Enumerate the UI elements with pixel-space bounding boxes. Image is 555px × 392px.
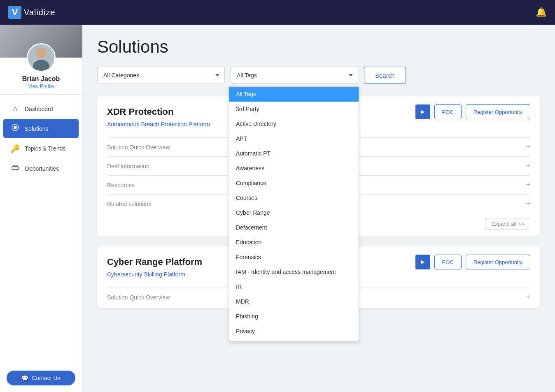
sidebar-item-dashboard[interactable]: ⌂ Dashboord bbox=[3, 100, 79, 118]
dropdown-item-iam[interactable]: IAM - Identity and access management bbox=[229, 264, 359, 279]
cyber-range-card-actions: ► POC Register Opportunity bbox=[415, 255, 530, 269]
categories-select[interactable]: All Categories bbox=[97, 67, 225, 84]
dropdown-item-courses[interactable]: Courses bbox=[229, 190, 359, 205]
dropdown-item-defacement[interactable]: Defacement bbox=[229, 220, 359, 235]
dropdown-item-automatic-pt[interactable]: Automatic PT bbox=[229, 146, 359, 161]
app-layout: Brian Jacob View Profile ⌂ Dashboord Sol… bbox=[0, 25, 555, 392]
cyber-range-title: Cyber Range Platform bbox=[107, 257, 202, 267]
filter-row: All Categories All Tags Search All Tags … bbox=[97, 67, 540, 84]
dropdown-item-all-tags[interactable]: All Tags bbox=[229, 87, 359, 102]
topnav: V Validize 🔔 bbox=[0, 0, 555, 25]
contact-us-section: 💬 Contact Us bbox=[0, 364, 82, 392]
xdr-arrow-button[interactable]: ► bbox=[415, 104, 430, 119]
logo-text: Validize bbox=[24, 8, 56, 17]
dropdown-item-3rd-party[interactable]: 3rd Party bbox=[229, 102, 359, 116]
sidebar-item-label-dashboard: Dashboord bbox=[25, 106, 53, 112]
xdr-section-label-2: Resources bbox=[107, 182, 135, 188]
xdr-title: XDR Protection bbox=[107, 107, 173, 117]
sidebar: Brian Jacob View Profile ⌂ Dashboord Sol… bbox=[0, 25, 82, 392]
main-content: Solutions All Categories All Tags Search… bbox=[82, 25, 555, 392]
xdr-register-button[interactable]: Register Opportunity bbox=[466, 104, 530, 119]
avatar bbox=[27, 43, 56, 72]
svg-point-7 bbox=[13, 169, 14, 170]
dropdown-item-education[interactable]: Education bbox=[229, 235, 359, 250]
dropdown-item-forensics[interactable]: Forensics bbox=[229, 250, 359, 264]
svg-point-4 bbox=[14, 126, 17, 129]
dropdown-item-mdr[interactable]: MDR bbox=[229, 294, 359, 309]
dropdown-item-phishing[interactable]: Phishing bbox=[229, 309, 359, 324]
xdr-section-label-0: Solution Quick Overview bbox=[107, 144, 170, 151]
tags-select[interactable]: All Tags bbox=[231, 67, 358, 84]
tags-dropdown-list: All Tags 3rd Party Active Directory APT … bbox=[229, 87, 359, 341]
dropdown-item-ransomware[interactable]: Ransomware bbox=[229, 339, 359, 341]
sidebar-item-opportunities[interactable]: Opportunities bbox=[3, 159, 79, 178]
dropdown-item-cyber-range[interactable]: Cyber Range bbox=[229, 205, 359, 220]
contact-us-button[interactable]: 💬 Contact Us bbox=[7, 371, 75, 385]
dropdown-item-ir[interactable]: IR bbox=[229, 279, 359, 294]
sidebar-item-label-opportunities: Opportunities bbox=[25, 165, 59, 172]
cyber-range-register-button[interactable]: Register Opportunity bbox=[466, 255, 530, 269]
xdr-section-label-3: Related solutions bbox=[107, 201, 151, 207]
sidebar-item-label-solutions: Solutions bbox=[25, 125, 49, 132]
cyber-range-section-label-0: Solution Quick Overview bbox=[107, 294, 170, 301]
xdr-plus-icon-1: + bbox=[526, 162, 530, 170]
profile-name: Brian Jacob bbox=[22, 75, 60, 83]
opportunities-icon bbox=[11, 164, 20, 173]
xdr-plus-icon-3: + bbox=[526, 199, 530, 208]
page-title: Solutions bbox=[97, 37, 540, 57]
view-profile-link[interactable]: View Profile bbox=[28, 84, 54, 89]
topics-icon: 🔑 bbox=[11, 144, 20, 153]
logo[interactable]: V Validize bbox=[8, 6, 56, 19]
dropdown-item-active-directory[interactable]: Active Directory bbox=[229, 116, 359, 131]
xdr-poc-button[interactable]: POC bbox=[434, 104, 462, 119]
sidebar-item-label-topics: Topics & Trends bbox=[25, 145, 66, 152]
contact-us-label: Contact Us bbox=[32, 375, 60, 381]
card-title-cyber-range: Cyber Range Platform bbox=[107, 257, 202, 267]
logo-v-icon: V bbox=[8, 6, 21, 19]
cyber-range-poc-button[interactable]: POC bbox=[434, 255, 462, 269]
xdr-plus-icon-2: + bbox=[526, 181, 530, 189]
xdr-expand-button[interactable]: Expand all >> bbox=[485, 218, 530, 230]
card-title-xdr: XDR Protection bbox=[107, 107, 173, 117]
dropdown-item-awareness[interactable]: Awareness bbox=[229, 161, 359, 176]
xdr-section-label-1: Deal Information bbox=[107, 163, 149, 169]
solutions-icon bbox=[11, 124, 20, 133]
sidebar-item-topics-trends[interactable]: 🔑 Topics & Trends bbox=[3, 139, 79, 158]
cyber-range-arrow-button[interactable]: ► bbox=[415, 255, 430, 269]
search-button[interactable]: Search bbox=[364, 67, 406, 84]
dropdown-item-apt[interactable]: APT bbox=[229, 131, 359, 146]
cyber-range-plus-icon-0: + bbox=[526, 293, 530, 302]
sidebar-nav: ⌂ Dashboord Solutions 🔑 Topics & Trends bbox=[0, 95, 82, 364]
svg-point-1 bbox=[36, 48, 47, 58]
dashboard-icon: ⌂ bbox=[11, 104, 20, 113]
chat-icon: 💬 bbox=[21, 375, 28, 381]
sidebar-profile: Brian Jacob View Profile bbox=[0, 25, 82, 95]
dropdown-item-compliance[interactable]: Compliance bbox=[229, 176, 359, 190]
tags-dropdown: All Tags 3rd Party Active Directory APT … bbox=[229, 86, 359, 341]
sidebar-item-solutions[interactable]: Solutions bbox=[3, 119, 79, 138]
xdr-plus-icon-0: + bbox=[526, 143, 530, 151]
notification-bell-icon[interactable]: 🔔 bbox=[536, 7, 547, 18]
avatar-placeholder bbox=[28, 44, 54, 71]
xdr-card-actions: ► POC Register Opportunity bbox=[415, 104, 530, 119]
dropdown-item-privacy[interactable]: Privacy bbox=[229, 324, 359, 339]
svg-point-8 bbox=[16, 169, 18, 170]
